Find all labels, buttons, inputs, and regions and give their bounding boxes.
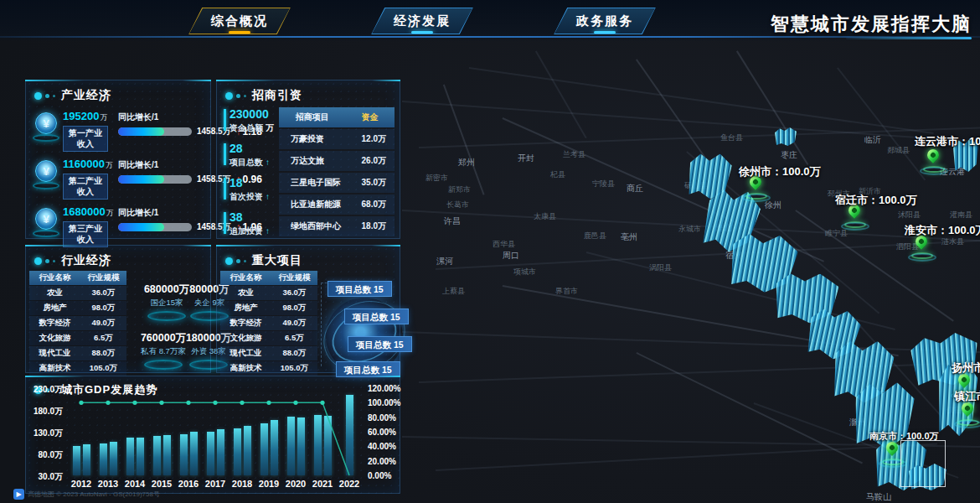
industry-unit: 万: [106, 161, 113, 169]
gdp-bar[interactable]: [207, 432, 214, 475]
gdp-bar[interactable]: [271, 420, 278, 475]
gdp-bar[interactable]: [137, 438, 144, 475]
table-row[interactable]: 高新技术105.0万: [220, 361, 317, 376]
y-axis-tick: 180.0万: [28, 406, 63, 417]
city-stat-label: 徐州市：100.0万: [739, 164, 821, 179]
stat-label: 项目总数↑: [230, 157, 276, 169]
gdp-bar[interactable]: [190, 432, 198, 475]
table-row[interactable]: 现代工业88.0万: [29, 346, 126, 360]
table-row[interactable]: 数字经济49.0万: [220, 316, 317, 330]
tab-综合概况[interactable]: 综合概况: [188, 8, 291, 34]
top-bar: 综合概况经济发展政务服务 智慧城市发展指挥大脑: [0, 0, 980, 42]
gdp-bar[interactable]: [217, 429, 224, 475]
mini-table-header: 行业名称行业规模: [29, 271, 126, 285]
place-label: 周口: [503, 250, 519, 262]
table-row[interactable]: 文化旅游6.5万: [220, 331, 317, 345]
place-label: 杞县: [550, 169, 565, 180]
place-label: 涡阳县: [649, 262, 672, 273]
gdp-chart[interactable]: 230.0万180.0万130.0万80.0万30.0万120.00%100.0…: [26, 376, 400, 493]
place-label: 徐州: [765, 200, 781, 211]
table-row[interactable]: 房地产98.0万: [220, 301, 317, 315]
gdp-bar[interactable]: [314, 415, 322, 475]
sector-body: 行业名称行业规模农业36.0万房地产98.0万数字经济49.0万文化旅游6.5万…: [26, 271, 210, 371]
table-row[interactable]: 高新技术105.0万: [29, 361, 126, 376]
gdp-bar[interactable]: [324, 416, 332, 475]
x-axis-tick: 2014: [125, 479, 145, 489]
gdp-bar[interactable]: [163, 435, 171, 475]
major-table[interactable]: 行业名称行业规模农业36.0万房地产98.0万数字经济49.0万文化旅游6.5万…: [220, 271, 317, 376]
col-header-project: 招商项目: [279, 111, 345, 123]
city-marker[interactable]: [954, 402, 980, 428]
col-header-name: 行业名称: [29, 272, 80, 283]
industry-value-block: 195200万第一产业收入: [63, 110, 115, 152]
project-fund: 18.0万: [345, 220, 395, 232]
stat-value: 230000: [230, 107, 276, 121]
gdp-bar[interactable]: [180, 434, 188, 475]
gdp-bar[interactable]: [153, 436, 161, 475]
gdp-bar[interactable]: [110, 442, 117, 475]
project-total-tag[interactable]: 项目总数 15: [348, 336, 412, 352]
coin-glyph: ¥: [35, 208, 57, 230]
table-row[interactable]: 三星电子国际35.0万: [279, 173, 395, 193]
y2-axis-tick: 0.00%: [368, 471, 391, 480]
y2-axis-tick: 60.00%: [368, 428, 396, 437]
project-name: 绿地西部中心: [279, 220, 345, 232]
project-total-tag[interactable]: 项目总数 15: [328, 281, 392, 297]
city-marker[interactable]: [920, 149, 948, 174]
place-label: 新密市: [426, 173, 448, 184]
mini-table-header: 行业名称行业规模: [220, 271, 317, 285]
x-axis-tick: 2016: [178, 479, 199, 489]
coins-icon: ¥: [31, 110, 61, 143]
gdp-bar[interactable]: [83, 444, 90, 475]
tab-政务服务[interactable]: 政务服务: [554, 8, 656, 34]
gdp-bar[interactable]: [260, 423, 268, 475]
gdp-bar[interactable]: [234, 428, 241, 475]
project-total-tag[interactable]: 项目总数 15: [344, 309, 409, 324]
sector-name: 农业: [220, 288, 271, 298]
industry-value: 195200万: [63, 110, 115, 123]
stat-suffix: ↑: [266, 226, 270, 236]
y2-axis-tick: 20.00%: [368, 457, 396, 466]
table-row[interactable]: 绿地西部中心18.0万: [279, 216, 395, 236]
gdp-bar[interactable]: [346, 395, 353, 475]
table-row[interactable]: 农业36.0万: [220, 286, 317, 300]
table-row[interactable]: 现代工业88.0万: [220, 346, 317, 360]
industry-label: 第一产业收入: [63, 126, 108, 152]
investment-table[interactable]: 招商项目资金万豪投资12.0万万达文旅26.0万三星电子国际35.0万比亚迪新能…: [279, 107, 395, 238]
sector-scale: 98.0万: [80, 303, 126, 314]
gdp-bar[interactable]: [73, 446, 80, 475]
tab-经济发展[interactable]: 经济发展: [371, 8, 473, 34]
map-road-line: [443, 84, 484, 194]
stat-label: 追加投资↑: [230, 226, 276, 237]
sector-name: 房地产: [29, 303, 80, 314]
stat-value: 18: [230, 176, 276, 189]
project-name: 万达文旅: [279, 155, 345, 167]
table-row[interactable]: 房地产98.0万: [29, 301, 126, 315]
gdp-bar[interactable]: [126, 438, 134, 475]
growth-progressbar: [118, 175, 192, 184]
city-marker[interactable]: [908, 236, 936, 261]
tab-underline-icon: [229, 31, 250, 34]
sector-name: 房地产: [220, 303, 271, 314]
gdp-bar[interactable]: [297, 417, 305, 475]
table-row[interactable]: 万豪投资12.0万: [279, 129, 395, 149]
sector-name: 文化旅游: [220, 333, 271, 344]
table-row[interactable]: 农业36.0万: [29, 286, 126, 300]
gdp-bar[interactable]: [287, 417, 295, 475]
investment-body: 230000资金总额万28项目总数↑18首次投资↑38追加投资↑ 招商项目资金万…: [217, 106, 400, 238]
sector-table[interactable]: 行业名称行业规模农业36.0万房地产98.0万数字经济49.0万文化旅游6.5万…: [29, 271, 126, 376]
table-row[interactable]: 万达文旅26.0万: [279, 151, 395, 171]
gdp-bar[interactable]: [244, 426, 251, 475]
pin-ring-icon: [920, 167, 948, 175]
gdp-bar[interactable]: [100, 443, 107, 475]
city-stat-label: 宿迁市：100.0万: [835, 193, 917, 208]
city-marker[interactable]: [841, 205, 869, 230]
table-row[interactable]: 文化旅游6.5万: [29, 331, 126, 345]
y-axis-tick: 130.0万: [28, 428, 63, 439]
industry-row: ¥1680000万第三产业收入同比增长/11458.5万↑1.96: [26, 201, 210, 249]
city-marker[interactable]: [742, 176, 771, 201]
col-header-name: 行业名称: [220, 272, 271, 283]
table-row[interactable]: 数字经济49.0万: [29, 316, 126, 330]
map-pin-icon: [925, 147, 941, 163]
table-row[interactable]: 比亚迪新能源68.0万: [279, 194, 395, 215]
